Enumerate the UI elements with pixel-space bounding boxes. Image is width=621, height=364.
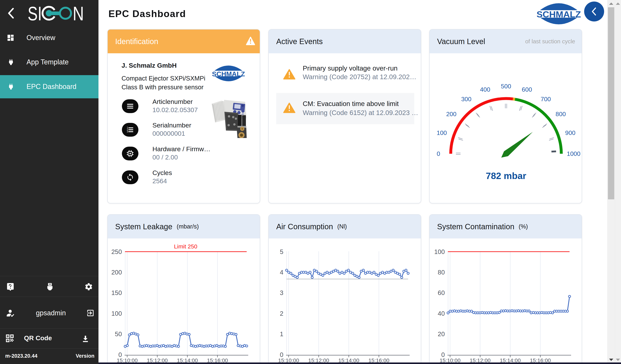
- svg-text:600: 600: [522, 86, 532, 93]
- svg-text:60: 60: [438, 289, 445, 296]
- svg-text:0: 0: [437, 150, 440, 157]
- svg-text:2: 2: [280, 310, 283, 317]
- svg-text:50: 50: [115, 331, 122, 338]
- svg-text:0: 0: [441, 351, 445, 358]
- svg-text:200: 200: [111, 269, 122, 276]
- svg-text:200: 200: [446, 111, 456, 117]
- svg-text:1000: 1000: [567, 150, 580, 157]
- svg-text:0: 0: [119, 351, 122, 358]
- svg-text:400: 400: [480, 86, 490, 93]
- svg-text:SI: SI: [28, 3, 42, 25]
- svg-text:N: N: [73, 3, 84, 25]
- svg-text:800: 800: [555, 111, 566, 117]
- svg-text:4: 4: [280, 269, 283, 276]
- svg-text:100: 100: [437, 129, 447, 136]
- svg-text:782 mbar: 782 mbar: [486, 171, 526, 181]
- svg-text:250: 250: [111, 248, 122, 255]
- svg-text:3: 3: [127, 130, 128, 133]
- svg-text:100: 100: [111, 310, 122, 317]
- svg-text:100: 100: [434, 248, 445, 255]
- svg-text:SCHMALZ: SCHMALZ: [212, 70, 245, 78]
- svg-text:3: 3: [280, 289, 283, 296]
- svg-text:40: 40: [438, 310, 445, 317]
- svg-text:500: 500: [501, 83, 511, 90]
- svg-text:300: 300: [461, 96, 471, 103]
- svg-text:700: 700: [541, 96, 551, 103]
- svg-text:0: 0: [280, 351, 283, 358]
- svg-text:80: 80: [438, 269, 445, 276]
- svg-text:SCHMALZ: SCHMALZ: [536, 9, 581, 19]
- svg-text:1: 1: [280, 331, 283, 338]
- svg-text:5: 5: [280, 248, 283, 255]
- svg-text:20: 20: [438, 331, 445, 338]
- svg-text:Limit 250: Limit 250: [174, 243, 197, 250]
- svg-text:900: 900: [565, 129, 575, 136]
- svg-text:150: 150: [111, 289, 122, 296]
